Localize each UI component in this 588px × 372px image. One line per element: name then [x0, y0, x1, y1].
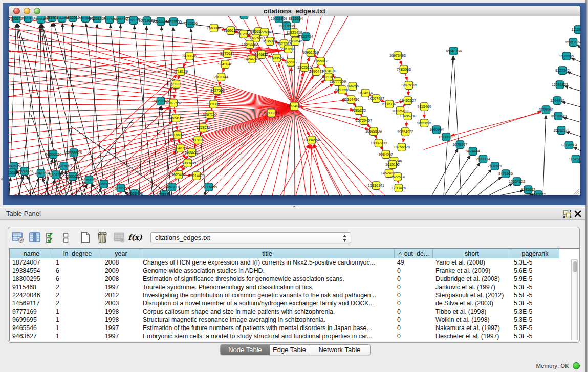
graph-node[interactable]: 19777109	[330, 78, 346, 86]
graph-node[interactable]: 3875685	[220, 50, 234, 58]
column-header-in_degree[interactable]: in_degree	[53, 249, 102, 258]
column-header-short[interactable]: short	[433, 249, 511, 258]
table-row[interactable]: 946362711997Embryonic stem cells: a mode…	[10, 332, 579, 340]
resize-grip[interactable]	[574, 189, 579, 195]
graph-node[interactable]: 19463627	[400, 97, 416, 105]
graph-node[interactable]: 9227342	[555, 67, 570, 75]
table-settings-button[interactable]	[9, 231, 26, 244]
graph-node[interactable]: 1353539	[196, 124, 210, 132]
graph-node[interactable]: 2718129	[173, 68, 188, 76]
tab-network-table[interactable]: Network Table	[309, 345, 370, 355]
graph-node[interactable]: 1167533	[569, 155, 580, 163]
table-row[interactable]: 1872400712008Changes of HCN gene express…	[10, 258, 579, 267]
graph-node[interactable]: 12875115	[401, 81, 417, 90]
table-row[interactable]: 911546021997Tourette syndrome. Phenomeno…	[10, 283, 579, 291]
graph-node[interactable]: 7515526	[183, 19, 198, 28]
graph-node[interactable]: 17359928	[66, 149, 82, 157]
graph-node[interactable]: 13495798	[400, 112, 416, 120]
graph-node[interactable]: 2522514	[390, 173, 405, 181]
graph-node[interactable]: 16648784	[445, 47, 462, 55]
graph-node[interactable]: 1640954	[429, 126, 444, 134]
column-header-pagerank[interactable]: pagerank	[511, 249, 559, 258]
graph-node[interactable]: 18807209	[371, 139, 387, 147]
graph-node[interactable]: 12505115	[64, 172, 80, 181]
float-panel-icon[interactable]	[563, 210, 572, 218]
graph-node[interactable]: 7386322	[352, 106, 366, 115]
close-panel-icon[interactable]	[574, 210, 582, 218]
graph-node[interactable]: 9699695	[417, 119, 431, 127]
table-row[interactable]: 1830029562008Estimation of significance …	[10, 275, 579, 283]
column-header-out_de[interactable]: out_de...	[395, 249, 433, 258]
graph-node[interactable]: 8471626	[498, 170, 513, 178]
select-columns-button[interactable]	[26, 231, 43, 244]
graph-node[interactable]: 9529965	[559, 52, 574, 60]
graph-node[interactable]: 2933114	[476, 155, 490, 163]
new-table-button[interactable]	[77, 231, 94, 244]
graph-node[interactable]: 16713155	[165, 18, 182, 26]
column-header-year[interactable]: year	[102, 249, 140, 258]
graph-node[interactable]: 15716485	[201, 183, 217, 191]
graph-node[interactable]: 10973493	[389, 52, 406, 60]
graph-node[interactable]: 8660123	[224, 27, 238, 35]
graph-node[interactable]: 16210643	[550, 112, 567, 120]
graph-node[interactable]: 6379197	[453, 141, 467, 149]
graph-node[interactable]: 20206526	[45, 150, 61, 159]
graph-node[interactable]: 9427552	[210, 86, 225, 95]
graph-node[interactable]: 8813054	[289, 16, 303, 23]
graph-node[interactable]: 7485063	[397, 65, 411, 74]
graph-node[interactable]: 9242848	[218, 60, 232, 69]
graph-node[interactable]: 9474444	[466, 147, 480, 156]
graph-node[interactable]: 7625402	[171, 171, 186, 179]
graph-node[interactable]: 15720407	[356, 117, 372, 125]
graph-node[interactable]: 17942797	[33, 169, 49, 178]
graph-node[interactable]: 8186328	[263, 37, 277, 46]
graph-node[interactable]: 19654923	[397, 128, 413, 136]
graph-node[interactable]: 1733426	[391, 184, 406, 192]
table-row[interactable]: 977716911998Corpus callosum shape and si…	[10, 308, 579, 316]
graph-node[interactable]: 9457771	[165, 183, 179, 191]
graph-node[interactable]: 21364436	[343, 96, 359, 104]
delete-table-button[interactable]	[94, 231, 111, 244]
select-all-rows-button[interactable]	[43, 231, 58, 244]
table-vertical-scrollbar[interactable]	[571, 259, 578, 340]
column-header-title[interactable]: title	[140, 249, 395, 258]
table-row[interactable]: 969969511998Structural magnetic resonanc…	[10, 316, 579, 324]
graph-node[interactable]: 1588520	[270, 54, 284, 62]
graph-node[interactable]: 12213382	[168, 80, 184, 89]
graph-node[interactable]: 15751074	[565, 38, 580, 47]
table-row[interactable]: 1938455462009Genome-wide association stu…	[10, 267, 579, 275]
function-builder-button[interactable]: f(x)	[127, 231, 143, 244]
graph-node[interactable]: 12093823	[552, 81, 568, 89]
graph-node[interactable]: 16906224	[236, 16, 252, 19]
graph-node[interactable]: 9115460	[417, 103, 431, 111]
graph-node[interactable]: 2367608	[281, 45, 295, 53]
graph-node[interactable]: 1244415	[550, 97, 564, 105]
graph-node[interactable]: 10958157	[96, 180, 112, 188]
graph-node[interactable]: 7632621	[488, 162, 502, 170]
graph-node[interactable]: 10961768	[302, 49, 319, 57]
graph-node[interactable]: 8938923	[439, 133, 453, 141]
graph-node[interactable]: 16914479	[188, 172, 205, 180]
graph-node[interactable]: 19166825	[169, 131, 186, 139]
tab-edge-table[interactable]: Edge Table	[270, 345, 309, 355]
graph-node[interactable]: 10975887	[56, 162, 72, 170]
graph-node[interactable]: 15136141	[368, 182, 384, 190]
graph-node[interactable]: 2803144	[214, 73, 228, 81]
unselect-rows-button[interactable]	[58, 231, 74, 244]
table-row[interactable]: 946554611997Estimation of the future num…	[10, 324, 579, 332]
column-header-name[interactable]: name	[10, 249, 53, 258]
table-row[interactable]: 2242004622012Investigating the contribut…	[10, 291, 579, 299]
scrollbar-thumb[interactable]	[573, 261, 577, 272]
graph-node[interactable]: 19756928	[394, 143, 410, 151]
tab-node-table[interactable]: Node Table	[221, 345, 270, 355]
graph-node[interactable]: 1112978	[572, 26, 580, 34]
graph-node[interactable]: 917006	[207, 100, 220, 108]
memory-status-indicator[interactable]	[573, 362, 580, 369]
graph-node[interactable]: 10688609	[365, 127, 382, 136]
graph-node[interactable]: 7663822	[207, 24, 221, 32]
graph-node[interactable]: 3267110	[203, 111, 216, 119]
network-window-titlebar[interactable]: citations_edges.txt	[9, 6, 580, 16]
graph-node[interactable]: 15692971	[553, 126, 570, 135]
table-row[interactable]: 1456911722003Disruption of a novel membe…	[10, 299, 579, 308]
graph-node[interactable]: 1615152	[385, 161, 400, 169]
